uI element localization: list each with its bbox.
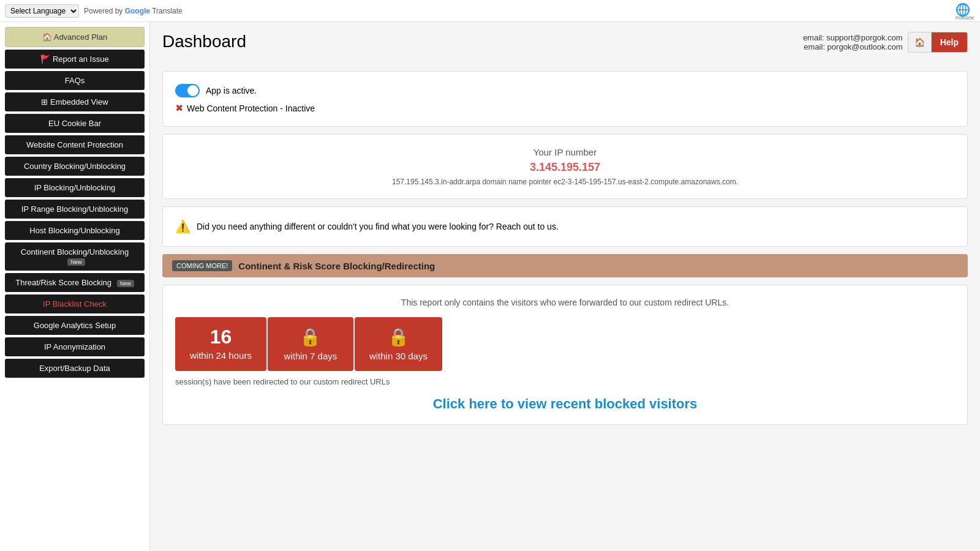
logo: PORGOK (951, 1, 975, 21)
flag-icon: 🚩 (40, 54, 50, 64)
stat-label-30d: within 30 days (369, 351, 428, 361)
sessions-text: session(s) have been redirected to our c… (175, 377, 955, 386)
ip-blocking-button[interactable]: IP Blocking/Unblocking (5, 178, 145, 197)
eu-cookie-bar-button[interactable]: EU Cookie Bar (5, 114, 145, 133)
faqs-button[interactable]: FAQs (5, 71, 145, 90)
header-emails: email: support@porgok.com email: porgok@… (803, 33, 903, 51)
country-blocking-button[interactable]: Country Blocking/Unblocking (5, 157, 145, 176)
help-button[interactable]: 🏠 Help (908, 32, 968, 53)
stat-label-24h: within 24 hours (190, 350, 252, 361)
stats-card: This report only contains the visitors w… (162, 285, 968, 425)
export-backup-button[interactable]: Export/Backup Data (5, 359, 145, 378)
stat-box-24h: 16 within 24 hours (175, 317, 266, 371)
main-layout: 🏠 Advanced Plan 🚩 Report an Issue FAQs ⊞… (0, 22, 980, 551)
report-issue-button[interactable]: 🚩 Report an Issue (5, 50, 145, 69)
continent-blocking-button[interactable]: Continent Blocking/Unblocking New (5, 242, 145, 271)
web-content-inactive-text: Web Content Protection - Inactive (187, 103, 315, 113)
lock-icon-7d: 🔒 (282, 327, 339, 347)
coming-more-banner: COMING MORE! Continent & Risk Score Bloc… (162, 254, 968, 277)
embedded-view-button[interactable]: ⊞ Embedded View (5, 92, 145, 111)
coming-more-badge: COMING MORE! (172, 260, 232, 271)
ip-address: 3.145.195.157 (175, 161, 955, 174)
app-active-toggle[interactable] (175, 84, 200, 97)
top-bar: Select Language Powered by Google Transl… (0, 0, 980, 22)
page-title: Dashboard (162, 32, 246, 51)
alert-icon: ⚠️ (175, 219, 190, 234)
app-status-card: App is active. ✖ Web Content Protection … (162, 71, 968, 127)
ip-card: Your IP number 3.145.195.157 157.195.145… (162, 134, 968, 199)
stat-number-24h: 16 (190, 327, 252, 347)
lock-icon-30d: 🔒 (369, 327, 428, 347)
ip-domain: 157.195.145.3.in-addr.arpa domain name p… (175, 178, 955, 186)
stat-label-7d: within 7 days (282, 351, 339, 361)
grid-icon: ⊞ (41, 97, 48, 107)
header-right: email: support@porgok.com email: porgok@… (803, 32, 968, 53)
language-select[interactable]: Select Language (5, 4, 79, 18)
ip-blacklist-button[interactable]: IP Blacklist Check (5, 294, 145, 313)
view-blocked-link[interactable]: Click here to view recent blocked visito… (175, 396, 955, 412)
threat-risk-blocking-button[interactable]: Threat/Risk Score Blocking New (5, 273, 145, 292)
alert-card: ⚠️ Did you need anything different or co… (162, 206, 968, 247)
app-active-row: App is active. (175, 84, 955, 97)
continent-new-badge: New (67, 258, 85, 266)
red-x-icon: ✖ (175, 102, 183, 114)
threat-new-badge: New (117, 280, 134, 287)
content-area: Dashboard email: support@porgok.com emai… (150, 22, 980, 551)
host-blocking-button[interactable]: Host Blocking/Unblocking (5, 221, 145, 240)
advanced-plan-button[interactable]: 🏠 Advanced Plan (5, 27, 145, 47)
stat-box-30d: 🔒 within 30 days (355, 317, 442, 371)
translate-text: Powered by Google Translate (84, 7, 183, 15)
home-icon: 🏠 (42, 32, 52, 42)
web-content-inactive-row: ✖ Web Content Protection - Inactive (175, 102, 955, 114)
stats-description: This report only contains the visitors w… (175, 298, 955, 307)
alert-text: Did you need anything different or could… (197, 222, 559, 231)
coming-more-title: Continent & Risk Score Blocking/Redirect… (238, 261, 435, 271)
ip-label: Your IP number (175, 147, 955, 157)
ip-anonymization-button[interactable]: IP Anonymization (5, 337, 145, 356)
svg-text:PORGOK: PORGOK (956, 16, 974, 20)
google-analytics-button[interactable]: Google Analytics Setup (5, 316, 145, 335)
stats-boxes: 16 within 24 hours 🔒 within 7 days 🔒 wit… (175, 317, 955, 371)
ip-range-blocking-button[interactable]: IP Range Blocking/Unblocking (5, 200, 145, 219)
app-active-text: App is active. (206, 86, 257, 96)
stat-box-7d: 🔒 within 7 days (268, 317, 353, 371)
sidebar: 🏠 Advanced Plan 🚩 Report an Issue FAQs ⊞… (0, 22, 150, 551)
help-label[interactable]: Help (932, 32, 967, 52)
website-content-protection-button[interactable]: Website Content Protection (5, 135, 145, 154)
home-help-icon: 🏠 (908, 32, 932, 52)
